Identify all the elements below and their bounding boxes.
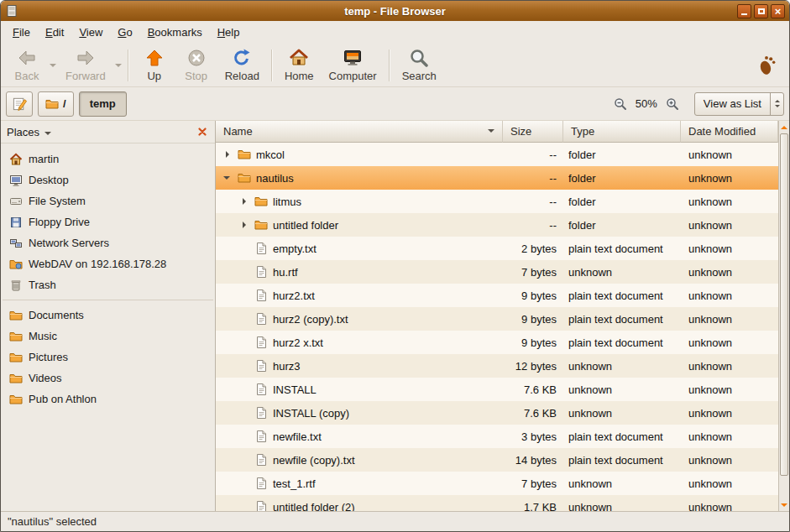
maximize-button[interactable]: [754, 4, 768, 18]
places-selector[interactable]: Places: [7, 126, 39, 138]
toolbar-button-label: Computer: [329, 70, 377, 82]
folder-icon: [254, 218, 268, 232]
file-name: nautilus: [256, 172, 294, 185]
table-row[interactable]: mkcol--folderunknown: [216, 143, 778, 166]
table-row[interactable]: newfile.txt3 bytesplain text documentunk…: [216, 425, 778, 448]
forward-history-dropdown: [113, 45, 123, 86]
vertical-scrollbar[interactable]: [778, 121, 789, 511]
sidebar-item-documents[interactable]: Documents: [1, 305, 215, 326]
column-header-size[interactable]: Size: [503, 121, 563, 143]
toolbar-container: BackForwardUpStopReloadHomeComputerSearc…: [1, 44, 789, 87]
file-date: unknown: [681, 425, 778, 448]
table-row[interactable]: hurz2.txt9 bytesplain text documentunkno…: [216, 284, 778, 307]
folder-icon: [9, 309, 23, 322]
edit-location-button[interactable]: [6, 91, 33, 117]
toolbar-separator: [271, 50, 273, 81]
sidebar-header: Places: [1, 121, 215, 143]
search-button[interactable]: Search: [395, 45, 444, 86]
file-name: newfile.txt: [273, 430, 322, 443]
table-row[interactable]: nautilus--folderunknown: [216, 166, 778, 190]
file-icon: [254, 477, 268, 490]
close-icon: [198, 128, 207, 136]
column-header-date-modified[interactable]: Date Modified: [681, 121, 778, 143]
expander-closed-icon[interactable]: [238, 198, 249, 205]
sidebar-separator: [3, 300, 213, 300]
view-mode-value: View as List: [695, 93, 770, 115]
titlebar[interactable]: temp - File Browser ×: [1, 1, 789, 21]
table-row[interactable]: newfile (copy).txt14 bytesplain text doc…: [216, 448, 778, 472]
sidebar-item-martin[interactable]: martin: [1, 149, 215, 170]
view-mode-stepper[interactable]: [770, 93, 783, 115]
column-header-type[interactable]: Type: [563, 121, 681, 143]
sidebar-item-desktop[interactable]: Desktop: [1, 170, 215, 190]
close-button[interactable]: ×: [771, 4, 785, 18]
file-size: 9 bytes: [503, 307, 563, 331]
root-path-button[interactable]: /: [38, 91, 74, 117]
table-row[interactable]: litmus--folderunknown: [216, 190, 778, 213]
folder-icon: [45, 97, 59, 111]
table-row[interactable]: untitled folder (2)1.7 KBunknownunknown: [216, 495, 778, 511]
scroll-down-button[interactable]: [780, 499, 788, 510]
menu-help[interactable]: Help: [210, 23, 248, 42]
sidebar-item-label: WebDAV on 192.168.178.28: [29, 258, 166, 270]
menu-view[interactable]: View: [71, 23, 110, 42]
expander-closed-icon[interactable]: [238, 222, 249, 228]
table-row[interactable]: hurz312 bytesunknownunknown: [216, 354, 778, 378]
sidebar-item-music[interactable]: Music: [1, 326, 215, 347]
menu-bookmarks[interactable]: Bookmarks: [140, 23, 210, 42]
reload-button[interactable]: Reload: [217, 45, 267, 86]
file-type: plain text document: [563, 237, 681, 260]
home-button[interactable]: Home: [277, 45, 322, 86]
expander-open-icon[interactable]: [221, 173, 233, 183]
file-size: 9 bytes: [503, 331, 563, 354]
table-row[interactable]: INSTALL7.6 KBunknownunknown: [216, 378, 778, 401]
zoom-level: 50%: [636, 97, 657, 110]
sidebar-item-label: File System: [29, 195, 86, 207]
table-row[interactable]: hu.rtf7 bytesunknownunknown: [216, 260, 778, 284]
file-type: unknown: [563, 378, 681, 401]
scrollbar-thumb[interactable]: [780, 133, 788, 476]
scroll-up-button[interactable]: [780, 122, 788, 133]
file-date: unknown: [681, 237, 778, 260]
gnome-foot-icon: [756, 55, 777, 76]
file-type: unknown: [563, 354, 681, 378]
sidebar-item-network-servers[interactable]: Network Servers: [1, 232, 215, 253]
up-button[interactable]: Up: [133, 45, 175, 86]
table-row[interactable]: empty.txt2 bytesplain text documentunkno…: [216, 237, 778, 260]
sidebar-item-videos[interactable]: Videos: [1, 368, 215, 389]
back-history-dropdown: [48, 45, 58, 86]
expander-closed-icon[interactable]: [221, 151, 233, 158]
file-icon: [254, 336, 268, 349]
file-name: litmus: [273, 196, 301, 208]
sidebar-item-pub-on-athlon[interactable]: Pub on Athlon: [1, 389, 215, 409]
table-row[interactable]: hurz2 (copy).txt9 bytesplain text docume…: [216, 307, 778, 331]
file-type: unknown: [563, 472, 681, 495]
file-name: hurz2 x.txt: [273, 336, 323, 349]
table-row[interactable]: test_1.rtf7 bytesunknownunknown: [216, 472, 778, 495]
file-name: untitled folder: [273, 219, 338, 232]
column-header-name[interactable]: Name: [216, 121, 503, 143]
computer-button[interactable]: Computer: [322, 45, 385, 86]
menu-file[interactable]: File: [5, 23, 38, 42]
table-row[interactable]: hurz2 x.txt9 bytesplain text documentunk…: [216, 331, 778, 354]
view-mode-select[interactable]: View as List: [694, 92, 784, 116]
sidebar-item-floppy-drive[interactable]: Floppy Drive: [1, 211, 215, 232]
sidebar-item-pictures[interactable]: Pictures: [1, 347, 215, 368]
sidebar-item-file-system[interactable]: File System: [1, 190, 215, 211]
file-icon: [254, 359, 268, 373]
zoom-in-button[interactable]: [664, 96, 681, 112]
back-button: Back: [6, 45, 48, 86]
throbber: [756, 55, 777, 76]
zoom-out-icon: [614, 97, 627, 111]
zoom-out-button[interactable]: [612, 96, 629, 112]
path-button-temp[interactable]: temp: [79, 91, 127, 117]
minimize-button[interactable]: [737, 4, 751, 18]
sidebar-item-trash[interactable]: Trash: [1, 274, 215, 295]
table-row[interactable]: untitled folder--folderunknown: [216, 213, 778, 237]
sidebar-close-button[interactable]: [196, 125, 209, 138]
menu-go[interactable]: Go: [110, 23, 139, 42]
menu-edit[interactable]: Edit: [38, 23, 71, 42]
file-icon: [254, 383, 268, 396]
table-row[interactable]: INSTALL (copy)7.6 KBunknownunknown: [216, 401, 778, 425]
sidebar-item-webdav-on-192-168-178-28[interactable]: WebDAV on 192.168.178.28: [1, 253, 215, 274]
